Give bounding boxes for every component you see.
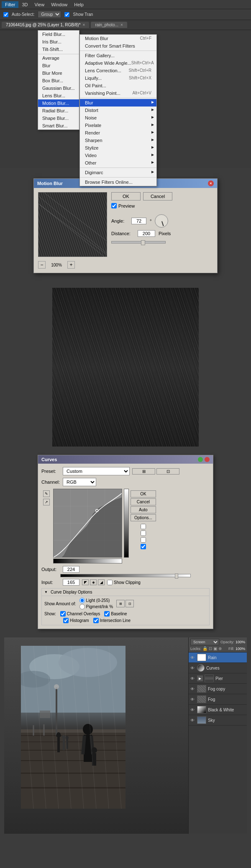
curves-cancel-btn[interactable]: Cancel: [131, 498, 156, 505]
channel-select[interactable]: RGB: [63, 478, 96, 486]
eyedropper-gray-btn[interactable]: ◈: [90, 579, 97, 585]
blur-smart[interactable]: Smart Blur...: [38, 122, 79, 129]
layer-fog-eye[interactable]: 👁: [190, 697, 195, 702]
motion-blur-close-btn[interactable]: ×: [208, 180, 214, 186]
radio-pigment-input[interactable]: [79, 604, 85, 609]
menu-view[interactable]: View: [31, 1, 48, 8]
filter-convert-smart[interactable]: Convert for Smart Filters: [80, 42, 156, 50]
blur-box[interactable]: Box Blur...: [38, 77, 79, 84]
curves-cb1[interactable]: [131, 524, 156, 529]
curves-close-btn[interactable]: [205, 457, 210, 462]
curves-options-btn[interactable]: Options...: [131, 514, 156, 521]
filter-vanishing[interactable]: Vanishing Point... Alt+Ctrl+V: [80, 89, 156, 97]
filter-sharpen[interactable]: Sharpen: [80, 137, 156, 144]
filter-other[interactable]: Other: [80, 159, 156, 167]
filter-liquify[interactable]: Liquify... Shift+Ctrl+X: [80, 74, 156, 82]
tab-main-file[interactable]: 71064416.jpg @ 25% (Layer 1, RGB/8)* ×: [2, 22, 89, 28]
curves-pencil-btn[interactable]: ✎: [43, 490, 50, 497]
blur-motion[interactable]: Motion Blur...: [38, 99, 79, 107]
curves-cb4[interactable]: [131, 544, 156, 549]
blur-average[interactable]: Average: [38, 54, 79, 62]
filter-video[interactable]: Video: [80, 152, 156, 159]
blur-tilt[interactable]: Tilt-Shift...: [38, 46, 79, 53]
layer-rain-eye[interactable]: 👁: [190, 655, 195, 660]
curves-auto-btn[interactable]: Auto: [131, 506, 156, 513]
preset-select[interactable]: Custom: [63, 467, 130, 475]
filter-lens-corr[interactable]: Lens Correction... Shift+Ctrl+R: [80, 67, 156, 74]
blur-gaussian[interactable]: Gaussian Blur...: [38, 84, 79, 92]
blend-mode-select[interactable]: Screen: [190, 639, 219, 645]
filter-pixelate[interactable]: Pixelate: [80, 122, 156, 129]
radio-light-input[interactable]: [79, 598, 85, 603]
output-slider[interactable]: [60, 574, 191, 577]
group-select[interactable]: Group: [38, 11, 61, 18]
blur-radial[interactable]: Radial Blur...: [38, 107, 79, 114]
filter-distort[interactable]: Distort: [80, 107, 156, 114]
blur-iris[interactable]: Iris Blur...: [38, 38, 79, 46]
tab-rain-close[interactable]: ×: [120, 23, 123, 27]
layer-curves[interactable]: 👁 Curves: [189, 663, 247, 673]
auto-select-checkbox[interactable]: [3, 12, 8, 17]
layer-pier[interactable]: 👁 ▶ Pier: [189, 673, 247, 684]
preset-icon2-btn[interactable]: ⊡: [156, 468, 179, 475]
layer-fog[interactable]: 👁 Fog: [189, 694, 247, 705]
curves-ok-btn[interactable]: OK: [131, 490, 156, 497]
curves-options-header[interactable]: ▼ Curve Display Options: [42, 589, 209, 596]
output-input[interactable]: 224: [63, 566, 79, 573]
blur-more[interactable]: Blur More: [38, 69, 79, 77]
filter-adaptive[interactable]: Adaptive Wide Angle... Shift+Ctrl+A: [80, 59, 156, 67]
curves-cb2[interactable]: [131, 530, 156, 536]
menu-3d[interactable]: 3D: [18, 1, 31, 8]
intersection-checkbox[interactable]: [93, 618, 99, 623]
menu-window[interactable]: Window: [48, 1, 71, 8]
filter-motion-blur[interactable]: Motion Blur Ctrl+F: [80, 35, 156, 42]
blur-field[interactable]: Field Blur...: [38, 30, 79, 38]
curves-pointer-btn[interactable]: ↗: [43, 499, 50, 505]
layer-sky-eye[interactable]: 👁: [190, 718, 195, 723]
filter-gallery[interactable]: Filter Gallery...: [80, 52, 156, 59]
zoom-in-btn[interactable]: +: [67, 261, 75, 269]
curves-cb3[interactable]: [131, 537, 156, 543]
distance-input[interactable]: 200: [138, 230, 155, 237]
angle-dial[interactable]: [155, 214, 168, 228]
layer-fog-copy[interactable]: 👁 Fog copy: [189, 684, 247, 694]
layer-fog-copy-eye[interactable]: 👁: [190, 687, 195, 691]
layer-bw-eye[interactable]: 👁: [190, 708, 195, 712]
cancel-button[interactable]: Cancel: [143, 192, 172, 201]
ok-button[interactable]: OK: [111, 192, 141, 201]
layer-sky[interactable]: 👁 Sky: [189, 715, 247, 726]
filter-browse[interactable]: Browse Filters Online...: [80, 178, 156, 186]
filter-stylize[interactable]: Stylize: [80, 144, 156, 152]
eyedropper-black-btn[interactable]: ◤: [82, 579, 89, 585]
filter-digimarc[interactable]: Digimarc: [80, 169, 156, 176]
layer-rain[interactable]: 👁 Rain: [189, 652, 247, 663]
curves-graph[interactable]: [53, 489, 122, 558]
menu-filter[interactable]: Filter: [2, 1, 18, 8]
grid-large-btn[interactable]: ⊡: [126, 600, 134, 607]
distance-slider[interactable]: [111, 241, 166, 244]
filter-blur-submenu[interactable]: Blur: [80, 99, 156, 107]
input-input[interactable]: 165: [63, 579, 79, 586]
grid-small-btn[interactable]: ⊞: [116, 600, 125, 607]
preset-icon-btn[interactable]: ⊞: [132, 468, 155, 475]
filter-noise[interactable]: Noise: [80, 114, 156, 122]
tab-main-close[interactable]: ×: [83, 23, 85, 27]
angle-input[interactable]: 72: [131, 218, 146, 224]
show-clipping-checkbox[interactable]: [107, 580, 113, 585]
blur-blur[interactable]: Blur: [38, 62, 79, 69]
blur-lens[interactable]: Lens Blur...: [38, 92, 79, 99]
show-transform-checkbox[interactable]: [64, 12, 69, 17]
channel-overlays-checkbox[interactable]: [60, 611, 66, 617]
filter-oil[interactable]: Oil Paint...: [80, 82, 156, 89]
tab-rain-file[interactable]: rain_photo... ×: [91, 22, 127, 28]
preview-checkbox[interactable]: [111, 203, 117, 208]
layer-bw[interactable]: 👁 Black & White: [189, 705, 247, 715]
blur-shape[interactable]: Shape Blur...: [38, 114, 79, 122]
layer-curves-eye[interactable]: 👁: [190, 666, 195, 670]
filter-render[interactable]: Render: [80, 129, 156, 137]
eyedropper-white-btn[interactable]: ◢: [98, 579, 105, 585]
layer-pier-eye[interactable]: 👁: [190, 676, 195, 681]
histogram-checkbox[interactable]: [63, 618, 69, 623]
curves-expand-btn[interactable]: [198, 457, 203, 462]
menu-help[interactable]: Help: [71, 1, 87, 8]
